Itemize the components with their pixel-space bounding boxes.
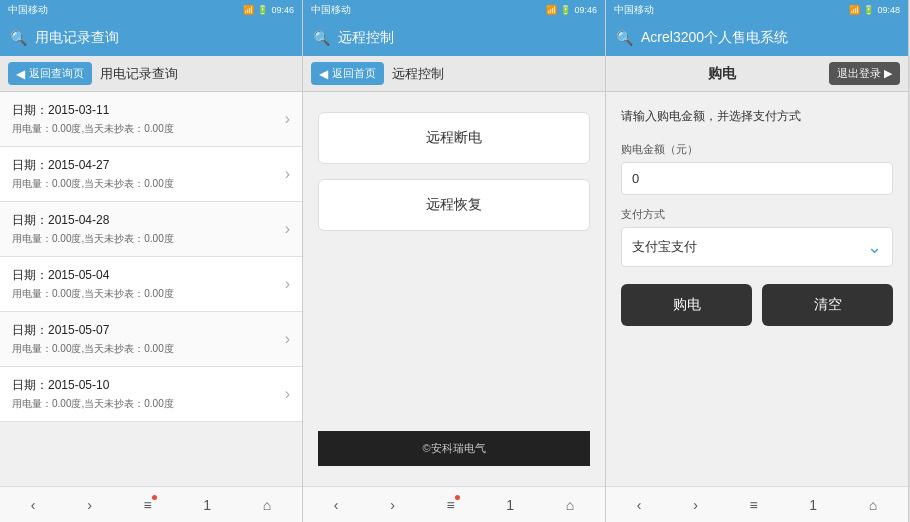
search-icon-3: 🔍 bbox=[616, 30, 633, 46]
bottom-nav-3: ‹ › ≡ 1 ⌂ bbox=[606, 486, 908, 522]
amount-input[interactable] bbox=[621, 162, 893, 195]
disconnect-button[interactable]: 远程断电 bbox=[318, 112, 590, 164]
nav-back-btn-1[interactable]: ‹ bbox=[23, 493, 44, 517]
back-label-1: 返回查询页 bbox=[29, 66, 84, 81]
restore-button[interactable]: 远程恢复 bbox=[318, 179, 590, 231]
nav-back-btn-3[interactable]: ‹ bbox=[629, 493, 650, 517]
chevron-right-icon: › bbox=[285, 330, 290, 348]
panel-purchase: 中国移动 📶 🔋 09:48 🔍 Acrel3200个人售电系统 购电 退出登录… bbox=[606, 0, 909, 522]
bottom-nav-1: ‹ › ≡ 1 ⌂ bbox=[0, 486, 302, 522]
panel-remote-control: 中国移动 📶 🔋 09:46 🔍 远程控制 ◀ 返回首页 远程控制 远程断电 远… bbox=[303, 0, 606, 522]
status-bar-3: 中国移动 📶 🔋 09:48 bbox=[606, 0, 908, 20]
record-text: 日期：2015-04-27 用电量：0.00度,当天未抄表：0.00度 bbox=[12, 157, 174, 191]
nav-menu-btn-2[interactable]: ≡ bbox=[438, 493, 462, 517]
nav-bar-1: ◀ 返回查询页 用电记录查询 bbox=[0, 56, 302, 92]
record-usage: 用电量：0.00度,当天未抄表：0.00度 bbox=[12, 232, 174, 246]
time-2: 09:46 bbox=[574, 5, 597, 15]
list-item[interactable]: 日期：2015-04-28 用电量：0.00度,当天未抄表：0.00度 › bbox=[0, 202, 302, 257]
nav-home-btn-2[interactable]: ⌂ bbox=[558, 493, 582, 517]
nav-forward-btn-1[interactable]: › bbox=[79, 493, 100, 517]
records-list: 日期：2015-03-11 用电量：0.00度,当天未抄表：0.00度 › 日期… bbox=[0, 92, 302, 486]
record-usage: 用电量：0.00度,当天未抄表：0.00度 bbox=[12, 287, 174, 301]
status-bar-1: 中国移动 📶 🔋 09:46 bbox=[0, 0, 302, 20]
nav-title-2: 远程控制 bbox=[392, 65, 444, 83]
list-item[interactable]: 日期：2015-05-10 用电量：0.00度,当天未抄表：0.00度 › bbox=[0, 367, 302, 422]
logout-label: 退出登录 bbox=[837, 66, 881, 81]
battery-icon-1: 🔋 bbox=[257, 5, 268, 15]
nav-menu-btn-3[interactable]: ≡ bbox=[741, 493, 765, 517]
record-date: 日期：2015-05-04 bbox=[12, 267, 174, 284]
nav-tab-btn-1[interactable]: 1 bbox=[195, 493, 219, 517]
search-label-2: 远程控制 bbox=[338, 29, 394, 47]
buy-button[interactable]: 购电 bbox=[621, 284, 752, 326]
payment-value: 支付宝支付 bbox=[632, 238, 697, 256]
search-bar-1: 🔍 用电记录查询 bbox=[0, 20, 302, 56]
list-item[interactable]: 日期：2015-05-07 用电量：0.00度,当天未抄表：0.00度 › bbox=[0, 312, 302, 367]
record-text: 日期：2015-03-11 用电量：0.00度,当天未抄表：0.00度 bbox=[12, 102, 174, 136]
time-3: 09:48 bbox=[877, 5, 900, 15]
search-icon-1: 🔍 bbox=[10, 30, 27, 46]
record-text: 日期：2015-05-07 用电量：0.00度,当天未抄表：0.00度 bbox=[12, 322, 174, 356]
record-date: 日期：2015-04-28 bbox=[12, 212, 174, 229]
payment-select[interactable]: 支付宝支付 ⌄ bbox=[621, 227, 893, 267]
nav-tab-btn-3[interactable]: 1 bbox=[801, 493, 825, 517]
remote-footer: ©安科瑞电气 bbox=[318, 431, 590, 466]
nav-back-btn-2[interactable]: ‹ bbox=[326, 493, 347, 517]
panel-electricity-records: 中国移动 📶 🔋 09:46 🔍 用电记录查询 ◀ 返回查询页 用电记录查询 日… bbox=[0, 0, 303, 522]
chevron-right-icon: › bbox=[285, 385, 290, 403]
nav-bar-3: 购电 退出登录 ▶ bbox=[606, 56, 908, 92]
nav-dot-2 bbox=[455, 495, 460, 500]
record-usage: 用电量：0.00度,当天未抄表：0.00度 bbox=[12, 342, 174, 356]
signal-icon-3: 📶 bbox=[849, 5, 860, 15]
search-bar-2: 🔍 远程控制 bbox=[303, 20, 605, 56]
nav-forward-btn-2[interactable]: › bbox=[382, 493, 403, 517]
status-left-3: 中国移动 bbox=[614, 3, 654, 17]
back-button-1[interactable]: ◀ 返回查询页 bbox=[8, 62, 92, 85]
time-1: 09:46 bbox=[271, 5, 294, 15]
carrier-2: 中国移动 bbox=[311, 3, 351, 17]
back-button-2[interactable]: ◀ 返回首页 bbox=[311, 62, 384, 85]
record-usage: 用电量：0.00度,当天未抄表：0.00度 bbox=[12, 397, 174, 411]
record-usage: 用电量：0.00度,当天未抄表：0.00度 bbox=[12, 122, 174, 136]
action-buttons: 购电 清空 bbox=[621, 284, 893, 326]
status-left-2: 中国移动 bbox=[311, 3, 351, 17]
nav-home-btn-1[interactable]: ⌂ bbox=[255, 493, 279, 517]
carrier-3: 中国移动 bbox=[614, 3, 654, 17]
chevron-right-icon: › bbox=[285, 165, 290, 183]
status-left-1: 中国移动 bbox=[8, 3, 48, 17]
back-arrow-1: ◀ bbox=[16, 67, 25, 81]
record-usage: 用电量：0.00度,当天未抄表：0.00度 bbox=[12, 177, 174, 191]
search-icon-2: 🔍 bbox=[313, 30, 330, 46]
remote-content: 远程断电 远程恢复 ©安科瑞电气 bbox=[303, 92, 605, 486]
nav-home-btn-3[interactable]: ⌂ bbox=[861, 493, 885, 517]
record-date: 日期：2015-04-27 bbox=[12, 157, 174, 174]
carrier-1: 中国移动 bbox=[8, 3, 48, 17]
amount-label: 购电金额（元） bbox=[621, 142, 893, 157]
signal-icon-2: 📶 bbox=[546, 5, 557, 15]
chevron-right-icon: › bbox=[285, 220, 290, 238]
nav-title-1: 用电记录查询 bbox=[100, 65, 178, 83]
battery-icon-2: 🔋 bbox=[560, 5, 571, 15]
status-right-1: 📶 🔋 09:46 bbox=[243, 5, 294, 15]
logout-arrow-icon: ▶ bbox=[884, 67, 892, 80]
status-bar-2: 中国移动 📶 🔋 09:46 bbox=[303, 0, 605, 20]
back-arrow-2: ◀ bbox=[319, 67, 328, 81]
list-item[interactable]: 日期：2015-05-04 用电量：0.00度,当天未抄表：0.00度 › bbox=[0, 257, 302, 312]
purchase-content: 请输入购电金额，并选择支付方式 购电金额（元） 支付方式 支付宝支付 ⌄ 购电 … bbox=[606, 92, 908, 486]
nav-dot-1 bbox=[152, 495, 157, 500]
chevron-right-icon: › bbox=[285, 275, 290, 293]
nav-tab-btn-2[interactable]: 1 bbox=[498, 493, 522, 517]
back-label-2: 返回首页 bbox=[332, 66, 376, 81]
list-item[interactable]: 日期：2015-04-27 用电量：0.00度,当天未抄表：0.00度 › bbox=[0, 147, 302, 202]
status-right-2: 📶 🔋 09:46 bbox=[546, 5, 597, 15]
list-item[interactable]: 日期：2015-03-11 用电量：0.00度,当天未抄表：0.00度 › bbox=[0, 92, 302, 147]
record-date: 日期：2015-03-11 bbox=[12, 102, 174, 119]
nav-forward-btn-3[interactable]: › bbox=[685, 493, 706, 517]
bottom-nav-2: ‹ › ≡ 1 ⌂ bbox=[303, 486, 605, 522]
logout-button[interactable]: 退出登录 ▶ bbox=[829, 62, 900, 85]
payment-label: 支付方式 bbox=[621, 207, 893, 222]
clear-button[interactable]: 清空 bbox=[762, 284, 893, 326]
nav-menu-btn-1[interactable]: ≡ bbox=[135, 493, 159, 517]
record-text: 日期：2015-04-28 用电量：0.00度,当天未抄表：0.00度 bbox=[12, 212, 174, 246]
record-date: 日期：2015-05-07 bbox=[12, 322, 174, 339]
